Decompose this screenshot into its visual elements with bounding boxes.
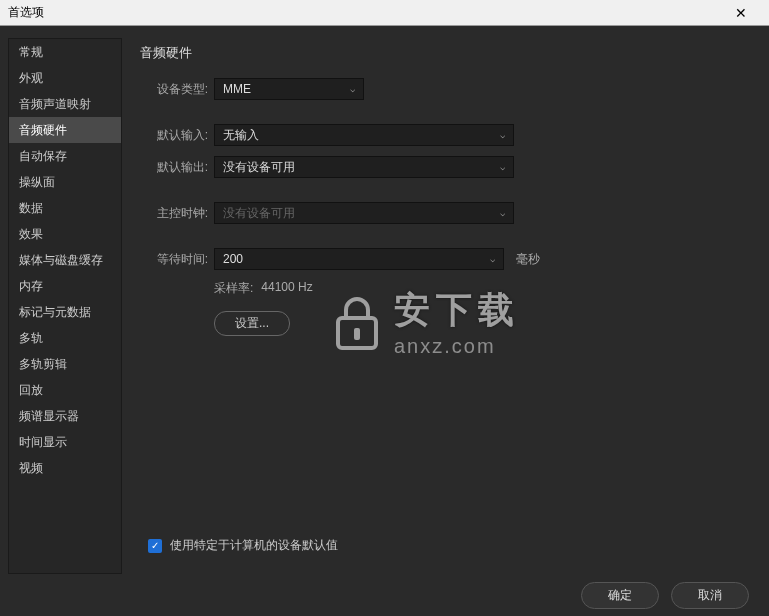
- chevron-down-icon: ⌵: [500, 130, 505, 140]
- sidebar-item-effects[interactable]: 效果: [9, 221, 121, 247]
- row-device-type: 设备类型: MME ⌵: [152, 78, 747, 100]
- dropdown-default-output[interactable]: 没有设备可用 ⌵: [214, 156, 514, 178]
- row-default-input: 默认输入: 无输入 ⌵: [152, 124, 747, 146]
- sidebar: 常规 外观 音频声道映射 音频硬件 自动保存 操纵面 数据 效果 媒体与磁盘缓存…: [0, 26, 130, 574]
- sidebar-item-autosave[interactable]: 自动保存: [9, 143, 121, 169]
- label-master-clock: 主控时钟:: [152, 205, 208, 222]
- sidebar-item-media-cache[interactable]: 媒体与磁盘缓存: [9, 247, 121, 273]
- row-latency: 等待时间: 200 ⌵ 毫秒: [152, 248, 747, 270]
- chevron-down-icon: ⌵: [500, 162, 505, 172]
- main-panel: 音频硬件 设备类型: MME ⌵ 默认输入: 无输入 ⌵ 默认输出:: [130, 26, 769, 574]
- label-default-input: 默认输入:: [152, 127, 208, 144]
- check-icon: ✓: [151, 540, 159, 551]
- chevron-down-icon: ⌵: [500, 208, 505, 218]
- footer: 确定 取消: [0, 574, 769, 616]
- dropdown-device-type[interactable]: MME ⌵: [214, 78, 364, 100]
- close-icon: ✕: [735, 5, 747, 21]
- sidebar-item-multitrack[interactable]: 多轨: [9, 325, 121, 351]
- sidebar-item-time-display[interactable]: 时间显示: [9, 429, 121, 455]
- sidebar-item-markers-metadata[interactable]: 标记与元数据: [9, 299, 121, 325]
- dropdown-master-clock: 没有设备可用 ⌵: [214, 202, 514, 224]
- value-sample-rate: 44100 Hz: [261, 280, 312, 297]
- label-default-output: 默认输出:: [152, 159, 208, 176]
- titlebar: 首选项 ✕: [0, 0, 769, 26]
- dropdown-latency[interactable]: 200 ⌵: [214, 248, 504, 270]
- row-sample-rate: 采样率: 44100 Hz: [214, 280, 747, 297]
- dropdown-value: 没有设备可用: [223, 159, 295, 176]
- label-device-type: 设备类型:: [152, 81, 208, 98]
- sidebar-item-spectral[interactable]: 频谱显示器: [9, 403, 121, 429]
- dropdown-default-input[interactable]: 无输入 ⌵: [214, 124, 514, 146]
- sidebar-item-general[interactable]: 常规: [9, 39, 121, 65]
- panel-title: 音频硬件: [140, 44, 747, 62]
- sidebar-item-data[interactable]: 数据: [9, 195, 121, 221]
- row-use-machine-defaults: ✓ 使用特定于计算机的设备默认值: [148, 537, 338, 554]
- dropdown-value: 无输入: [223, 127, 259, 144]
- sidebar-list: 常规 外观 音频声道映射 音频硬件 自动保存 操纵面 数据 效果 媒体与磁盘缓存…: [8, 38, 122, 574]
- dialog-body: 常规 外观 音频声道映射 音频硬件 自动保存 操纵面 数据 效果 媒体与磁盘缓存…: [0, 26, 769, 574]
- sidebar-item-control-surface[interactable]: 操纵面: [9, 169, 121, 195]
- cancel-button[interactable]: 取消: [671, 582, 749, 609]
- label-sample-rate: 采样率:: [214, 280, 253, 297]
- sidebar-item-audio-hardware[interactable]: 音频硬件: [9, 117, 121, 143]
- label-latency: 等待时间:: [152, 251, 208, 268]
- window-title: 首选项: [8, 4, 44, 21]
- sidebar-item-appearance[interactable]: 外观: [9, 65, 121, 91]
- chevron-down-icon: ⌵: [350, 84, 355, 94]
- ok-button[interactable]: 确定: [581, 582, 659, 609]
- checkbox-use-machine-defaults[interactable]: ✓: [148, 539, 162, 553]
- sidebar-item-multitrack-clips[interactable]: 多轨剪辑: [9, 351, 121, 377]
- checkbox-label: 使用特定于计算机的设备默认值: [170, 537, 338, 554]
- dropdown-value: 没有设备可用: [223, 205, 295, 222]
- chevron-down-icon: ⌵: [490, 254, 495, 264]
- row-default-output: 默认输出: 没有设备可用 ⌵: [152, 156, 747, 178]
- watermark-en: anxz.com: [394, 335, 520, 358]
- sidebar-item-playback[interactable]: 回放: [9, 377, 121, 403]
- row-master-clock: 主控时钟: 没有设备可用 ⌵: [152, 202, 747, 224]
- latency-suffix: 毫秒: [516, 251, 540, 268]
- sidebar-item-video[interactable]: 视频: [9, 455, 121, 481]
- sidebar-item-channel-mapping[interactable]: 音频声道映射: [9, 91, 121, 117]
- settings-button[interactable]: 设置...: [214, 311, 290, 336]
- close-button[interactable]: ✕: [721, 0, 761, 25]
- dropdown-value: 200: [223, 252, 243, 266]
- sidebar-item-memory[interactable]: 内存: [9, 273, 121, 299]
- dropdown-value: MME: [223, 82, 251, 96]
